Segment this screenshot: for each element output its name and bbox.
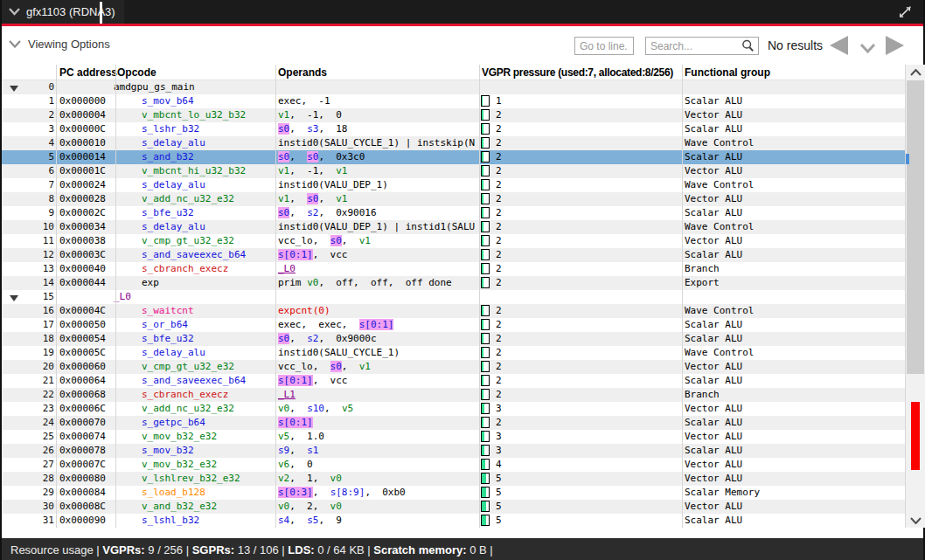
opcode: v_and_b32_e32 <box>142 500 217 514</box>
table-row[interactable]: 140x000044expprim v0, off, off, off done… <box>2 276 923 290</box>
line-number: 11 <box>24 234 54 248</box>
opcode: s_and_saveexec_b64 <box>142 248 246 262</box>
vgpr-pressure-value: 5 <box>496 500 502 514</box>
table-row[interactable]: 15_L0 <box>2 290 923 304</box>
search-options-chevron[interactable] <box>859 41 876 57</box>
opcode: s_bfe_u32 <box>142 332 194 346</box>
table-row[interactable]: 80x000028v_add_nc_u32_e32v1, s0, v12Vect… <box>2 192 923 206</box>
functional-group: Branch <box>685 388 720 402</box>
opcode: v_mbcnt_hi_u32_b32 <box>142 164 246 178</box>
functional-group: Scalar ALU <box>685 444 742 458</box>
table-row[interactable]: 100x000034s_delay_aluinstid0(VALU_DEP_1)… <box>2 220 923 234</box>
line-number: 24 <box>24 416 54 430</box>
table-row[interactable]: 200x000060v_cmp_gt_u32_e32vcc_lo, s0, v1… <box>2 360 923 374</box>
table-row[interactable]: 250x000074v_mov_b32_e32v5, 1.03Vector AL… <box>2 430 923 444</box>
vgpr-pressure-bar <box>481 347 490 358</box>
vgpr-pressure-bar <box>481 277 490 288</box>
vgpr-pressure-value: 2 <box>496 346 502 360</box>
scroll-down-button[interactable] <box>906 513 925 528</box>
operands: _L1 <box>278 388 478 402</box>
operands: s0, s3, 18 <box>278 122 478 136</box>
table-row[interactable]: 10x000000s_mov_b64exec, -11Scalar ALU <box>2 94 923 108</box>
vertical-scrollbar[interactable] <box>906 65 925 528</box>
code-label: _L0 <box>114 290 131 304</box>
table-row[interactable]: 300x00008Cv_and_b32_e32v0, 2, v05Vector … <box>2 500 923 514</box>
vgpr-pressure-bar <box>481 501 490 512</box>
table-row[interactable]: 210x000064s_and_saveexec_b64s[0:1], vcc2… <box>2 374 923 388</box>
pc-address: 0x000040 <box>59 262 106 276</box>
operands: exec, exec, s[0:1] <box>278 318 478 332</box>
table-row[interactable]: 130x000040s_cbranch_execz_L02Branch <box>2 262 923 276</box>
table-row[interactable]: 0amdgpu_gs_main <box>2 80 923 94</box>
vgpr-pressure-value: 5 <box>496 514 502 528</box>
next-result-button[interactable] <box>886 36 904 55</box>
operands: expcnt(0) <box>278 304 478 318</box>
table-row[interactable]: 280x000080v_lshlrev_b32_e32v2, 1, v05Vec… <box>2 472 923 486</box>
table-row[interactable]: 290x000084s_load_b128s[0:3], s[8:9], 0xb… <box>2 486 923 500</box>
expand-collapse-arrow-icon[interactable] <box>10 86 18 92</box>
table-row[interactable]: 120x00003Cs_and_saveexec_b64s[0:1], vcc2… <box>2 248 923 262</box>
opcode: s_delay_alu <box>142 178 205 192</box>
header-operands[interactable]: Operands <box>278 65 327 80</box>
table-row[interactable]: 70x000024s_delay_aluinstid0(VALU_DEP_1)2… <box>2 178 923 192</box>
vgpr-pressure-bar <box>481 109 490 121</box>
vgpr-pressure-bar <box>481 179 490 190</box>
operands: _L0 <box>278 262 478 276</box>
table-row[interactable]: 220x000068s_cbranch_execz_L12Branch <box>2 388 923 402</box>
viewing-options-toggle[interactable]: Viewing Options <box>9 38 110 51</box>
table-row[interactable]: 170x000050s_or_b64exec, exec, s[0:1]2Sca… <box>2 318 923 332</box>
vgpr-pressure-bar <box>481 375 490 386</box>
table-row[interactable]: 260x000078s_mov_b32s9, s13Scalar ALU <box>2 444 923 458</box>
opcode: s_lshl_b32 <box>142 514 199 528</box>
table-row[interactable]: 90x00002Cs_bfe_u32s0, s2, 0x900162Scalar… <box>2 206 923 220</box>
table-row[interactable]: 30x00000Cs_lshr_b32s0, s3, 182Scalar ALU <box>2 122 923 136</box>
chevron-down-icon <box>9 40 21 48</box>
opcode: s_getpc_b64 <box>142 416 205 430</box>
table-row[interactable]: 40x000010s_delay_aluinstid0(SALU_CYCLE_1… <box>2 136 923 150</box>
table-row[interactable]: 60x00001Cv_mbcnt_hi_u32_b32v1, -1, v12Ve… <box>2 164 923 178</box>
header-opcode[interactable]: Opcode <box>117 65 156 80</box>
opcode: v_lshlrev_b32_e32 <box>142 472 240 486</box>
vgpr-pressure-value: 2 <box>496 206 502 220</box>
line-number: 31 <box>24 514 54 528</box>
table-row-selected[interactable]: 50x000014s_and_b32s0, s0, 0x3c02Scalar A… <box>2 150 923 164</box>
operands: v1, -1, 0 <box>278 108 478 122</box>
opcode: s_cbranch_execz <box>142 262 228 276</box>
header-vgpr-pressure[interactable]: VGPR pressure (used:7, allocated:8/256) <box>482 65 673 80</box>
line-number: 5 <box>24 150 54 164</box>
tab-gfx1103[interactable]: gfx1103 (RDNA3) <box>2 0 124 24</box>
vgpr-pressure-bar <box>481 123 490 135</box>
table-row[interactable]: 180x000054s_bfe_u32s0, s2, 0x9000c2Scala… <box>2 332 923 346</box>
table-row[interactable]: 190x00005Cs_delay_aluinstid0(SALU_CYCLE_… <box>2 346 923 360</box>
vgpr-pressure-value: 2 <box>496 304 502 318</box>
table-row[interactable]: 240x000070s_getpc_b64s[0:1]2Scalar ALU <box>2 416 923 430</box>
functional-group: Vector ALU <box>685 234 742 248</box>
previous-result-button[interactable] <box>830 36 848 55</box>
functional-group: Scalar ALU <box>685 332 742 346</box>
header-functional-group[interactable]: Functional group <box>685 65 770 80</box>
operands: instid0(SALU_CYCLE_1) | instskip(N <box>278 136 478 150</box>
resource-usage-status-bar: Resource usage | VGPRs: 9 / 256 | SGPRs:… <box>2 538 923 560</box>
opcode: v_add_nc_u32_e32 <box>142 402 234 416</box>
pc-address: 0x00005C <box>59 346 106 360</box>
table-row[interactable]: 160x00004Cs_waitcntexpcnt(0)2Wave Contro… <box>2 304 923 318</box>
table-row[interactable]: 270x00007Cv_mov_b32_e32v6, 04Vector ALU <box>2 458 923 472</box>
goto-line-input[interactable] <box>574 37 634 55</box>
operands: prim v0, off, off, off done <box>278 276 478 290</box>
vgpr-pressure-bar <box>481 333 490 344</box>
table-row[interactable]: 20x000004v_mbcnt_lo_u32_b32v1, -1, 02Vec… <box>2 108 923 122</box>
expand-icon[interactable] <box>897 4 913 20</box>
line-number: 9 <box>24 206 54 220</box>
table-row[interactable]: 110x000038v_cmp_gt_u32_e32vcc_lo, s0, v1… <box>2 234 923 248</box>
table-row[interactable]: 230x00006Cv_add_nc_u32_e32v0, s10, v53Ve… <box>2 402 923 416</box>
line-number: 12 <box>24 248 54 262</box>
functional-group: Vector ALU <box>685 402 742 416</box>
scroll-up-button[interactable] <box>906 65 925 80</box>
table-row[interactable]: 310x000090s_lshl_b32s4, s5, 95Scalar ALU <box>2 514 923 528</box>
expand-collapse-arrow-icon[interactable] <box>10 295 18 301</box>
header-pc-address[interactable]: PC address <box>59 65 117 80</box>
scrollbar-thumb[interactable] <box>907 80 924 374</box>
scrollbar-selection-marker <box>906 154 909 164</box>
disassembly-table-body: 0amdgpu_gs_main10x000000s_mov_b64exec, -… <box>2 80 923 528</box>
pc-address: 0x000074 <box>59 430 106 444</box>
